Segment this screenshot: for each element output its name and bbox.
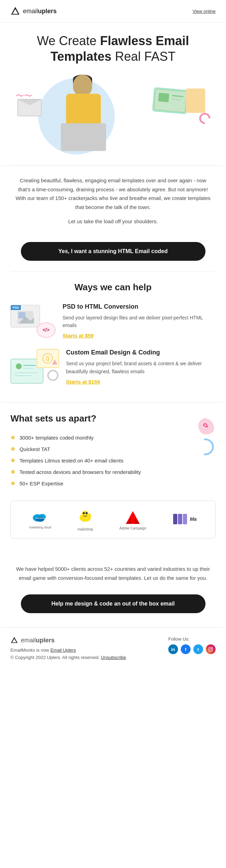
circle-deco-icon	[47, 370, 58, 381]
apart-header: What sets us apart? ❖ 3000+ templates co…	[10, 413, 216, 494]
svg-text:Marketo: Marketo	[190, 516, 197, 522]
svg-rect-31	[178, 514, 182, 524]
arrow-icon-4: ❖	[10, 469, 15, 475]
ways-title: Ways we can help	[10, 282, 216, 293]
marketo-logo: Marketo	[172, 512, 197, 527]
apart-title: What sets us apart?	[10, 413, 196, 424]
person-head	[73, 75, 92, 95]
footer-logo-icon	[10, 636, 18, 644]
pink-blob-icon	[196, 417, 216, 436]
apart-item-3: ❖ Templates Litmus tested on 40+ email c…	[10, 457, 196, 464]
service2-desc: Send us your project brief, brand assets…	[66, 360, 216, 375]
helped-text: We have helped 5000+ clients across 52+ …	[14, 565, 212, 582]
footer-top: emailuplers EmailMonks is now Email Uple…	[10, 636, 216, 660]
view-online-link[interactable]: View online	[193, 9, 216, 14]
footer: emailuplers EmailMonks is now Email Uple…	[0, 627, 226, 674]
apart-item-5: ❖ 50+ ESP Expertise	[10, 480, 196, 487]
email-uplers-link[interactable]: Email Uplers	[50, 648, 76, 653]
logo-text: emailuplers	[23, 8, 57, 15]
ways-section: Ways we can help PSD </> PSD to HTML Con…	[0, 272, 226, 402]
footer-left: emailuplers EmailMonks is now Email Uple…	[10, 636, 126, 660]
service2-title: Custom Email Design & Coding	[66, 349, 216, 356]
service2-price: Starts at $159	[66, 379, 216, 385]
apart-list: ❖ 3000+ templates coded monthly ❖ Quicke…	[10, 434, 196, 487]
unsubscribe-link[interactable]: Unsubscribe	[101, 655, 126, 660]
apart-decorations	[196, 413, 216, 455]
mailchimp-label: mailchimp	[78, 527, 93, 531]
description-section: Creating beautiful, flawless, engaging e…	[0, 165, 226, 239]
triangle-deco-icon	[52, 359, 57, 366]
cta2-button[interactable]: Help me design & code an out of the box …	[21, 594, 205, 613]
adobe-icon	[124, 509, 142, 525]
footer-copyright: © Copyright 2022 Uplers. All rights rese…	[10, 655, 126, 660]
right-book-decoration	[186, 89, 205, 113]
hero-title: We Create Flawless Email Templates Real …	[10, 33, 216, 64]
svg-point-26	[88, 514, 91, 518]
service-card-2: Custom Email Design & Coding Send us you…	[10, 349, 216, 385]
helped-section: We have helped 5000+ clients across 52+ …	[0, 556, 226, 591]
svg-rect-3	[158, 93, 169, 102]
description-para2: Let us take the load off your shoulders.	[14, 217, 212, 226]
envelope-icon	[17, 99, 42, 116]
description-para1: Creating beautiful, flawless, engaging e…	[14, 176, 212, 211]
svg-text:salesforce: salesforce	[36, 517, 45, 519]
apart-item-1: ❖ 3000+ templates coded monthly	[10, 434, 196, 441]
laptop	[61, 123, 106, 151]
marketo-icon: Marketo	[172, 512, 197, 527]
svg-rect-30	[173, 514, 177, 524]
psd-service-icon: PSD </>	[10, 303, 56, 338]
header: emailuplers View online	[0, 0, 226, 23]
adobe-logo: Adobe Campaign	[119, 509, 146, 530]
apart-section: What sets us apart? ❖ 3000+ templates co…	[0, 402, 226, 556]
footer-logo: emailuplers	[10, 636, 126, 644]
svg-marker-17	[52, 359, 57, 365]
mailchimp-icon	[78, 508, 93, 526]
custom-service-icon: {}	[10, 349, 59, 384]
adobe-label: Adobe Campaign	[119, 526, 146, 530]
svg-text:{}: {}	[46, 356, 49, 361]
svg-point-24	[83, 512, 85, 514]
svg-point-37	[210, 648, 212, 650]
social-icons: in f t	[168, 644, 216, 654]
logo: emailuplers	[10, 6, 57, 16]
svg-point-38	[211, 648, 212, 649]
person-illustration	[52, 75, 115, 158]
salesforce-label: marketing cloud	[29, 526, 51, 529]
logo-icon	[10, 6, 20, 16]
circle-decoration	[197, 110, 212, 126]
arrow-icon-1: ❖	[10, 434, 15, 441]
salesforce-icon: salesforce	[32, 510, 48, 524]
arrow-icon-3: ❖	[10, 457, 15, 464]
facebook-icon[interactable]: f	[181, 644, 191, 654]
apart-item-2: ❖ Quickest TAT	[10, 446, 196, 452]
twitter-icon[interactable]: t	[193, 644, 203, 654]
instagram-icon[interactable]	[206, 644, 216, 654]
cta1-section: Yes, I want a stunning HTML Email coded	[0, 239, 226, 271]
curve-deco-icon	[204, 439, 214, 455]
linkedin-icon[interactable]: in	[168, 644, 178, 654]
service-content-2: Custom Email Design & Coding Send us you…	[66, 349, 216, 385]
cta2-section: Help me design & code an out of the box …	[0, 591, 226, 627]
follow-label: Follow Us:	[168, 636, 216, 642]
esp-logos-section: salesforce marketing cloud	[10, 501, 216, 539]
apart-item-4: ❖ Tested across devices and browsers for…	[10, 469, 196, 475]
arrow-icon-5: ❖	[10, 480, 15, 487]
hero-section: We Create Flawless Email Templates Real …	[0, 23, 226, 161]
svg-rect-7	[18, 312, 25, 318]
hero-illustration: 〜〜	[10, 71, 216, 161]
esp-logos-container: salesforce marketing cloud	[18, 508, 208, 531]
mailchimp-logo: mailchimp	[78, 508, 93, 531]
service-card-1: PSD </> PSD to HTML Conversion Send your…	[10, 303, 216, 339]
salesforce-logo: salesforce marketing cloud	[29, 510, 51, 529]
service1-desc: Send your layered design files and we de…	[63, 314, 216, 329]
service1-price: Starts at $59	[63, 333, 216, 339]
footer-note: EmailMonks is now Email Uplers	[10, 648, 126, 653]
arrow-icon-2: ❖	[10, 446, 15, 452]
cta1-button[interactable]: Yes, I want a stunning HTML Email coded	[21, 242, 205, 261]
service1-title: PSD to HTML Conversion	[63, 303, 216, 310]
green-decoration	[152, 87, 189, 114]
svg-point-23	[82, 511, 89, 518]
svg-rect-32	[183, 514, 187, 524]
svg-point-10	[16, 364, 22, 369]
service-content-1: PSD to HTML Conversion Send your layered…	[63, 303, 216, 339]
